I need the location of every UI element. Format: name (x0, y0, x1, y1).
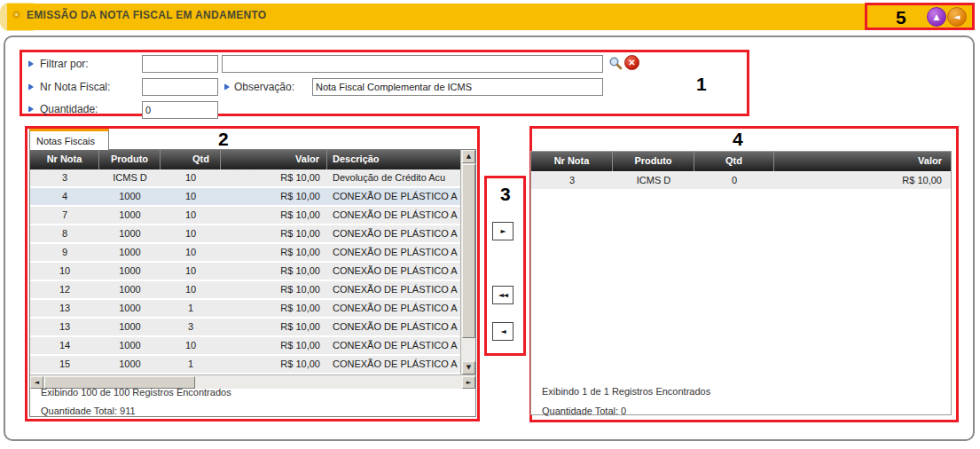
table-cell: 9 (30, 244, 99, 261)
table-cell: 10 (161, 169, 221, 186)
table-row[interactable]: 4100010R$ 10,00CONEXÃO DE PLÁSTICO A (30, 188, 460, 205)
up-triangle-icon: ▲ (934, 12, 940, 21)
table-cell: ICMS D (613, 172, 694, 189)
table-cell: 1000 (99, 263, 161, 280)
move-left-button[interactable]: ◄ (492, 322, 514, 341)
table-cell: R$ 10,00 (221, 356, 327, 373)
right-grid-rows: 3ICMS D0R$ 10,00 (531, 172, 951, 191)
table-cell: 1000 (99, 244, 161, 261)
column-header[interactable]: Produto (613, 152, 694, 171)
table-cell: R$ 10,00 (221, 319, 327, 335)
table-cell: R$ 10,00 (774, 172, 951, 189)
table-cell: ICMS D (99, 169, 161, 186)
table-row[interactable]: 14100010R$ 10,00CONEXÃO DE PLÁSTICO A (30, 337, 460, 354)
table-cell: R$ 10,00 (221, 244, 327, 261)
table-row[interactable]: 3ICMS D0R$ 10,00 (531, 172, 951, 189)
table-row[interactable]: 8100010R$ 10,00CONEXÃO DE PLÁSTICO A (30, 225, 460, 242)
filtrar-por-field-input[interactable] (142, 55, 218, 73)
bullet-icon (224, 83, 230, 91)
right-quantity-total: Quantidade Total: 0 (542, 406, 626, 416)
table-cell: 1000 (99, 188, 161, 205)
table-cell: 4 (30, 188, 99, 205)
table-cell: 1000 (99, 319, 161, 335)
column-header[interactable]: Qtd (694, 152, 774, 171)
quantidade-input[interactable] (142, 101, 218, 119)
left-records-status: Exibindo 100 de 100 Registros Encontrado… (41, 387, 231, 398)
table-cell: 10 (161, 281, 221, 298)
table-cell: 10 (161, 225, 221, 242)
scroll-down-button[interactable]: ▼ (462, 361, 475, 374)
table-row[interactable]: 7100010R$ 10,00CONEXÃO DE PLÁSTICO A (30, 207, 460, 224)
tab-notas-fiscais[interactable]: Notas Fiscais (29, 129, 109, 150)
column-header[interactable]: Nr Nota (531, 152, 613, 171)
table-row[interactable]: 12100010R$ 10,00CONEXÃO DE PLÁSTICO A (30, 281, 460, 298)
table-cell: R$ 10,00 (221, 207, 327, 224)
left-grid-container: Nr NotaProdutoQtdValorDescrição 3ICMS D1… (29, 149, 476, 417)
scroll-down-icon: ▼ (466, 364, 471, 371)
table-cell: 1000 (99, 225, 161, 242)
observacao-label: Observação: (234, 81, 294, 93)
bullet-icon (28, 60, 34, 67)
filtrar-por-text-input[interactable] (222, 55, 603, 73)
right-grid-container: Nr NotaProdutoQtdValor 3ICMS D0R$ 10,00 … (530, 151, 952, 415)
table-row[interactable]: 3ICMS D10R$ 10,00Devolução de Crédito Ac… (30, 169, 460, 186)
table-cell: CONEXÃO DE PLÁSTICO A (327, 225, 460, 242)
column-header[interactable]: Qtd (161, 150, 221, 169)
table-cell: R$ 10,00 (221, 263, 327, 280)
left-quantity-total: Quantidade Total: 911 (41, 406, 136, 416)
table-cell: Devolução de Crédito Acu (327, 169, 460, 186)
nav-up-button[interactable]: ▲ (927, 7, 946, 27)
nr-nota-fiscal-label: Nr Nota Fiscal: (40, 81, 110, 93)
table-cell: 1000 (99, 356, 161, 373)
table-cell: 15 (30, 356, 99, 373)
table-row[interactable]: 1510001R$ 10,00CONEXÃO DE PLÁSTICO A (30, 356, 460, 373)
column-header[interactable]: Produto (99, 150, 161, 169)
annotation-number-1: 1 (696, 75, 707, 93)
left-grid-header: Nr NotaProdutoQtdValorDescrição (30, 150, 460, 169)
move-right-button[interactable]: ► (492, 222, 514, 240)
scroll-right-button[interactable]: ► (462, 376, 475, 389)
column-header[interactable]: Descrição (327, 150, 460, 169)
scroll-left-icon: ◄ (35, 379, 39, 386)
move-all-left-button[interactable]: ◄◄ (492, 286, 514, 304)
table-row[interactable]: 9100010R$ 10,00CONEXÃO DE PLÁSTICO A (30, 244, 460, 261)
table-cell: 1 (161, 356, 221, 373)
table-cell: 10 (161, 337, 221, 354)
table-cell: 10 (161, 244, 221, 261)
filtrar-por-label: Filtrar por: (40, 58, 89, 70)
nr-nota-fiscal-input[interactable] (142, 78, 218, 96)
table-row[interactable]: 1310001R$ 10,00CONEXÃO DE PLÁSTICO A (30, 300, 460, 317)
search-icon[interactable] (608, 56, 623, 70)
table-cell: CONEXÃO DE PLÁSTICO A (327, 337, 460, 354)
table-cell: 3 (531, 172, 613, 189)
table-cell: R$ 10,00 (221, 225, 327, 242)
vertical-scroll-thumb[interactable] (462, 164, 475, 338)
table-cell: CONEXÃO DE PLÁSTICO A (327, 300, 460, 317)
vertical-scrollbar[interactable]: ▲ ▼ (460, 150, 475, 374)
move-right-icon: ► (500, 227, 505, 235)
table-cell: CONEXÃO DE PLÁSTICO A (327, 207, 460, 224)
scroll-up-button[interactable]: ▲ (462, 150, 475, 163)
table-cell: 13 (30, 319, 99, 335)
table-cell: CONEXÃO DE PLÁSTICO A (327, 319, 460, 335)
clear-filter-button[interactable]: ✕ (624, 55, 639, 70)
table-cell: 7 (30, 207, 99, 224)
bullet-icon (28, 106, 34, 113)
table-cell: 1000 (99, 300, 161, 317)
column-header[interactable]: Valor (221, 150, 327, 169)
table-row[interactable]: 10100010R$ 10,00CONEXÃO DE PLÁSTICO A (30, 263, 460, 280)
page-title: EMISSÃO DA NOTA FISCAL EM ANDAMENTO (27, 9, 267, 21)
table-cell: 13 (30, 300, 99, 317)
observacao-input[interactable] (312, 78, 603, 96)
scroll-right-icon: ► (466, 379, 471, 386)
nav-back-button[interactable]: ◄ (947, 7, 967, 27)
table-cell: 10 (161, 207, 221, 224)
table-cell: CONEXÃO DE PLÁSTICO A (327, 244, 460, 261)
quantidade-label: Quantidade: (40, 103, 98, 115)
table-row[interactable]: 1310003R$ 10,00CONEXÃO DE PLÁSTICO A (30, 319, 460, 335)
column-header[interactable]: Valor (774, 152, 951, 171)
scroll-up-icon: ▲ (466, 153, 471, 160)
table-cell: 0 (694, 172, 774, 189)
table-cell: R$ 10,00 (221, 169, 327, 186)
column-header[interactable]: Nr Nota (30, 150, 99, 169)
